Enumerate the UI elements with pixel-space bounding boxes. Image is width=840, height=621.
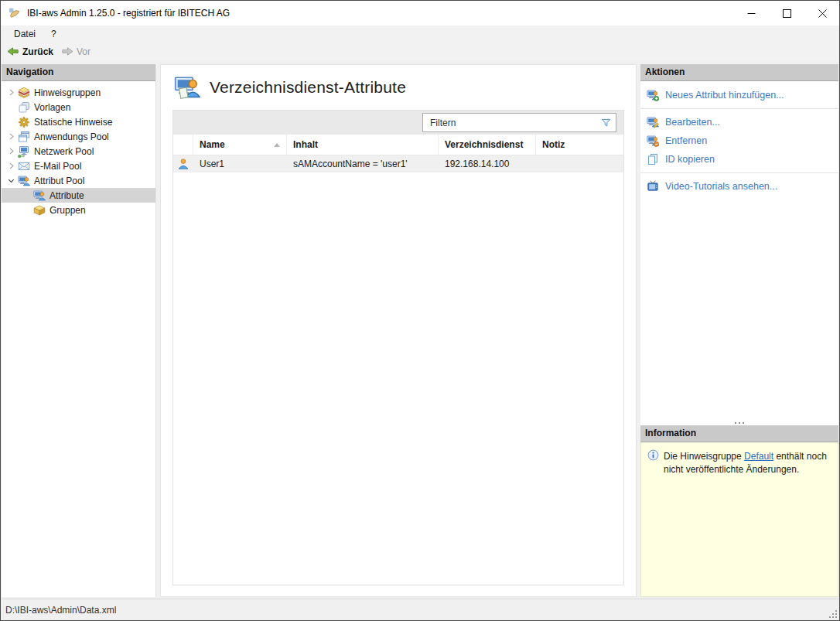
maximize-button[interactable]: [768, 1, 804, 26]
title-bar: IBI-aws Admin 1.25.0 - registriert für I…: [1, 1, 839, 26]
information-panel: Information Die Hinweisgruppe Default en…: [640, 425, 838, 597]
app-window: IBI-aws Admin 1.25.0 - registriert für I…: [0, 0, 840, 621]
cell-inhalt: sAMAccountName = 'user1': [287, 159, 439, 169]
main-panel: Verzeichnisdienst-Attribute NameInhaltVe…: [160, 64, 637, 597]
sidebar-item-gruppen[interactable]: Gruppen: [2, 203, 155, 217]
actions-header: Aktionen: [640, 64, 838, 81]
window-controls: [732, 1, 839, 26]
column-header-icon[interactable]: [173, 135, 193, 155]
sidebar-item-netzwerk-pool[interactable]: Netzwerk Pool: [2, 144, 155, 159]
filter-input[interactable]: [423, 118, 600, 128]
window-title: IBI-aws Admin 1.25.0 - registriert für I…: [27, 8, 230, 19]
column-header-label: Inhalt: [293, 139, 318, 150]
sidebar-item-label: Hinweisgruppen: [34, 87, 101, 98]
table-body: User1sAMAccountName = 'user1'192.168.14.…: [173, 155, 623, 585]
action-bearbeiten[interactable]: Bearbeiten...: [640, 113, 838, 131]
status-bar: D:\IBI-aws\Admin\Data.xml: [1, 599, 839, 620]
information-header: Information: [640, 425, 838, 442]
cell-name: User1: [193, 159, 287, 169]
minimize-icon: [747, 9, 756, 18]
sidebar-item-label: E-Mail Pool: [34, 161, 81, 172]
forward-button-label: Vor: [77, 46, 90, 57]
table-header-row: NameInhaltVerzeichnisdienstNotiz: [173, 135, 623, 155]
action-label: Neues Attribut hinzufügen...: [665, 90, 784, 101]
column-header-label: Notiz: [542, 139, 565, 150]
sidebar-item-label: Anwendungs Pool: [34, 131, 109, 142]
sidebar-item-vorlagen[interactable]: Vorlagen: [2, 100, 155, 114]
forward-button[interactable]: Vor: [57, 44, 94, 60]
table-row[interactable]: User1sAMAccountName = 'user1'192.168.14.…: [173, 155, 623, 172]
column-header-label: Verzeichnisdienst: [445, 139, 523, 150]
chevron-down-icon[interactable]: [5, 175, 18, 187]
sidebar-item-anwendungs-pool[interactable]: Anwendungs Pool: [2, 129, 155, 144]
action-entfernen[interactable]: Entfernen: [640, 131, 838, 150]
app-logo-icon: [9, 7, 21, 19]
chevron-right-icon[interactable]: [5, 145, 18, 158]
chevron-right-icon[interactable]: [5, 87, 18, 99]
default-group-link[interactable]: Default: [744, 451, 773, 462]
panel-splitter-handle[interactable]: [640, 417, 838, 425]
sidebar-item-label: Statische Hinweise: [34, 117, 112, 128]
copy-icon: [647, 153, 659, 165]
navigation-panel: Navigation HinweisgruppenVorlagenStatisc…: [2, 64, 156, 597]
user-monitor-icon: [33, 189, 46, 202]
sort-ascending-icon: [274, 143, 280, 147]
minimize-button[interactable]: [732, 1, 768, 26]
column-header-verzeichnisdienst[interactable]: Verzeichnisdienst: [439, 135, 536, 155]
sidebar-item-e-mail-pool[interactable]: E-Mail Pool: [2, 159, 155, 173]
info-icon: [647, 449, 659, 461]
status-file-path: D:\IBI-aws\Admin\Data.xml: [5, 605, 116, 616]
notice-group-icon: [18, 87, 30, 99]
sidebar-item-attribute[interactable]: Attribute: [2, 188, 155, 203]
sidebar-item-hinweisgruppen[interactable]: Hinweisgruppen: [2, 85, 155, 100]
resize-grip[interactable]: [828, 609, 837, 618]
group-box-icon: [33, 204, 46, 217]
sidebar-item-label: Attribut Pool: [34, 176, 84, 186]
menu-item-datei[interactable]: Datei: [6, 27, 43, 41]
information-text: Die Hinweisgruppe Default enthält noch n…: [664, 449, 831, 476]
main-header: Verzeichnisdienst-Attribute: [174, 74, 624, 101]
sidebar-item-attribut-pool[interactable]: Attribut Pool: [2, 173, 155, 188]
action-label: Bearbeiten...: [665, 117, 720, 128]
actions-list: Neues Attribut hinzufügen...Bearbeiten..…: [640, 81, 838, 417]
sidebar-item-label: Gruppen: [50, 205, 86, 216]
column-header-name[interactable]: Name: [193, 135, 287, 155]
sidebar-item-statische-hinweise[interactable]: Statische Hinweise: [2, 114, 155, 129]
back-button[interactable]: Zurück: [3, 44, 57, 60]
chevron-spacer: [5, 101, 18, 114]
content-area: Navigation HinweisgruppenVorlagenStatisc…: [1, 61, 839, 599]
maximize-icon: [783, 9, 791, 18]
column-header-label: Name: [200, 139, 225, 150]
navigation-header: Navigation: [2, 64, 155, 81]
gear-icon: [18, 116, 30, 128]
templates-icon: [18, 101, 30, 114]
user-monitor-add-icon: [647, 89, 659, 101]
app-windows-icon: [18, 131, 30, 143]
user-icon: [177, 158, 190, 170]
row-icon-cell: [173, 158, 193, 170]
attributes-table-box: NameInhaltVerzeichnisdienstNotiz User1sA…: [172, 110, 624, 585]
sidebar-item-label: Vorlagen: [34, 102, 70, 113]
column-header-notiz[interactable]: Notiz: [536, 135, 623, 155]
back-button-label: Zurück: [22, 46, 53, 57]
action-label: Entfernen: [665, 135, 707, 146]
sidebar-item-label: Netzwerk Pool: [34, 146, 94, 157]
action-label: Video-Tutorials ansehen...: [665, 181, 777, 192]
menu-item-help[interactable]: ?: [43, 27, 64, 41]
back-arrow-icon: [7, 46, 19, 58]
column-header-inhalt[interactable]: Inhalt: [287, 135, 439, 155]
actions-panel: Aktionen Neues Attribut hinzufügen...Bea…: [640, 64, 838, 425]
close-button[interactable]: [804, 1, 839, 26]
action-id-kopieren[interactable]: ID kopieren: [640, 150, 838, 169]
action-video-tutorials-ansehen[interactable]: Video-Tutorials ansehen...: [640, 177, 838, 196]
chevron-right-icon[interactable]: [5, 160, 18, 172]
forward-arrow-icon: [61, 46, 73, 58]
page-title: Verzeichnisdienst-Attribute: [210, 78, 406, 97]
actions-separator: [640, 172, 838, 173]
chevron-right-icon[interactable]: [5, 131, 18, 143]
splitter-grip-dots-icon: [739, 422, 740, 424]
action-neues-attribut-hinzufuegen[interactable]: Neues Attribut hinzufügen...: [640, 86, 838, 104]
chevron-spacer: [20, 204, 33, 217]
actions-separator: [640, 108, 838, 109]
filter-funnel-icon[interactable]: [600, 117, 612, 128]
